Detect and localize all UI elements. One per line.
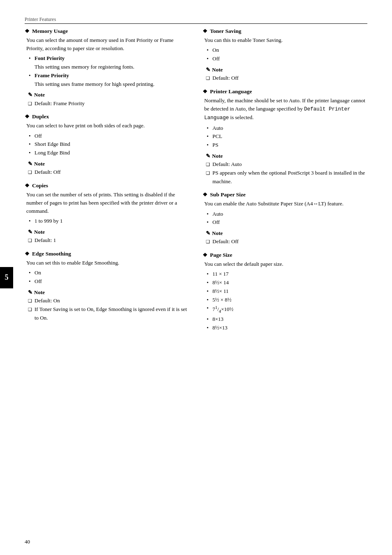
note-label: Note xyxy=(212,152,223,160)
edge-smoothing-note: ✎ Note Default: On If Toner Saving is se… xyxy=(28,288,189,322)
printer-language-note: ✎ Note Default: Auto PS appears only whe… xyxy=(206,152,367,186)
list-item: Frame Priority This setting uses frame m… xyxy=(29,71,189,89)
printer-language-bullets: Auto PCL PS xyxy=(207,124,367,150)
toner-saving-title: ❖ Toner Saving xyxy=(203,28,367,35)
list-item: Short Edge Bind xyxy=(29,140,189,149)
diamond-icon: ❖ xyxy=(203,191,208,198)
memory-usage-text: You can select the amount of memory used… xyxy=(26,37,173,51)
content-area: ❖ Memory Usage You can select the amount… xyxy=(25,28,367,338)
frame-priority-label: Frame Priority xyxy=(35,72,69,78)
list-item: Off xyxy=(29,132,189,140)
page-size-body: You can select the default paper size. 1… xyxy=(204,260,367,332)
note-item: Default: On xyxy=(28,297,189,305)
list-item: 71/4×10½ xyxy=(207,304,367,315)
section-toner-saving: ❖ Toner Saving You can this to enable To… xyxy=(203,28,367,83)
edge-smoothing-bullets: On Off xyxy=(29,269,189,286)
list-item: 5½ × 8½ xyxy=(207,296,367,304)
list-item: 8½× 11 xyxy=(207,287,367,296)
memory-usage-note: ✎ Note Default: Frame Priority xyxy=(28,91,189,108)
edge-smoothing-title: ❖ Edge Smoothing xyxy=(25,251,189,257)
toner-saving-text: You can this to enable Toner Saving. xyxy=(204,37,283,43)
note-title: ✎ Note xyxy=(206,66,367,74)
edge-smoothing-text: You can set this to enable Edge Smoothin… xyxy=(26,260,119,266)
note-title: ✎ Note xyxy=(206,152,367,160)
copies-text: You can set the number of sets of prints… xyxy=(26,191,177,214)
list-item: 8×13 xyxy=(207,315,367,324)
section-sub-paper-size: ❖ Sub Paper Size You can enable the Auto… xyxy=(203,191,367,246)
diamond-icon: ❖ xyxy=(25,28,30,35)
sub-paper-size-title: ❖ Sub Paper Size xyxy=(203,191,367,198)
note-icon: ✎ xyxy=(28,288,32,297)
copies-body: You can set the number of sets of prints… xyxy=(26,191,189,245)
duplex-title: ❖ Duplex xyxy=(25,113,189,120)
section-printer-language: ❖ Printer Language Normally, the machine… xyxy=(203,88,367,186)
toner-saving-bullets: On Off xyxy=(207,46,367,63)
note-item: If Toner Saving is set to On, Edge Smoot… xyxy=(28,305,189,322)
left-column: ❖ Memory Usage You can select the amount… xyxy=(25,28,189,338)
duplex-note: ✎ Note Default: Off xyxy=(28,160,189,177)
sub-paper-size-text: You can enable the Auto Substitute Paper… xyxy=(204,200,344,207)
note-title: ✎ Note xyxy=(206,229,367,237)
section-copies: ❖ Copies You can set the number of sets … xyxy=(25,182,189,245)
note-label: Note xyxy=(34,288,45,297)
note-title: ✎ Note xyxy=(28,288,189,297)
sub-paper-size-note: ✎ Note Default: Off xyxy=(206,229,367,246)
list-item: Auto xyxy=(207,210,367,219)
note-item: Default: Off xyxy=(206,237,367,246)
note-title: ✎ Note xyxy=(28,91,189,99)
note-item: Default: Off xyxy=(28,168,189,177)
diamond-icon: ❖ xyxy=(203,252,208,258)
list-item: On xyxy=(29,269,189,277)
note-item: Default: Auto xyxy=(206,160,367,169)
note-item: PS appears only when the optional PostSc… xyxy=(206,169,367,186)
list-item: 1 to 999 by 1 xyxy=(29,217,189,226)
list-item: Off xyxy=(29,277,189,286)
note-icon: ✎ xyxy=(28,228,32,236)
copies-bullets: 1 to 999 by 1 xyxy=(29,217,189,226)
edge-smoothing-body: You can set this to enable Edge Smoothin… xyxy=(26,259,189,322)
section-duplex: ❖ Duplex You can select to have print on… xyxy=(25,113,189,176)
page-size-label: Page Size xyxy=(210,252,232,258)
diamond-icon: ❖ xyxy=(203,88,208,95)
section-edge-smoothing: ❖ Edge Smoothing You can set this to ena… xyxy=(25,251,189,322)
page-size-bullets: 11 × 17 8½× 14 8½× 11 5½ × 8½ 71/4×10½ 8… xyxy=(207,270,367,332)
chapter-tab: 5 xyxy=(0,267,13,288)
memory-usage-label: Memory Usage xyxy=(32,28,68,35)
note-label: Note xyxy=(212,229,223,237)
list-item: 8½× 14 xyxy=(207,279,367,287)
right-column: ❖ Toner Saving You can this to enable To… xyxy=(203,28,367,338)
list-item: Auto xyxy=(207,124,367,133)
page: Printer Features 5 ❖ Memory Usage You ca… xyxy=(0,0,392,555)
printer-language-title: ❖ Printer Language xyxy=(203,88,367,95)
diamond-icon: ❖ xyxy=(25,113,30,120)
printer-language-text: Normally, the machine should be set to A… xyxy=(204,97,365,121)
list-item: Long Edge Bind xyxy=(29,149,189,157)
note-label: Note xyxy=(34,91,45,99)
note-title: ✎ Note xyxy=(28,228,189,236)
diamond-icon: ❖ xyxy=(25,182,30,189)
list-item: PS xyxy=(207,141,367,150)
list-item: On xyxy=(207,46,367,55)
note-icon: ✎ xyxy=(28,160,32,168)
printer-language-body: Normally, the machine should be set to A… xyxy=(204,97,367,186)
sub-paper-size-body: You can enable the Auto Substitute Paper… xyxy=(204,200,367,246)
copies-note: ✎ Note Default: 1 xyxy=(28,228,189,245)
page-size-title: ❖ Page Size xyxy=(203,252,367,258)
page-size-text: You can select the default paper size. xyxy=(204,261,284,267)
list-item: 8½×13 xyxy=(207,324,367,332)
copies-title: ❖ Copies xyxy=(25,182,189,189)
note-item: Default: 1 xyxy=(28,236,189,245)
font-priority-label: Font Priority xyxy=(35,55,65,61)
copies-label: Copies xyxy=(32,182,48,189)
note-label: Note xyxy=(34,160,45,168)
toner-saving-note: ✎ Note Default: Off xyxy=(206,66,367,83)
note-item: Default: Frame Priority xyxy=(28,99,189,108)
diamond-icon: ❖ xyxy=(203,28,208,35)
section-memory-usage: ❖ Memory Usage You can select the amount… xyxy=(25,28,189,108)
note-icon: ✎ xyxy=(206,66,210,74)
list-item: Font Priority This setting uses memory f… xyxy=(29,54,189,71)
memory-usage-title: ❖ Memory Usage xyxy=(25,28,189,35)
note-icon: ✎ xyxy=(206,229,210,237)
monospace-text: Default Printer Language xyxy=(204,106,350,121)
header-line xyxy=(25,23,367,24)
